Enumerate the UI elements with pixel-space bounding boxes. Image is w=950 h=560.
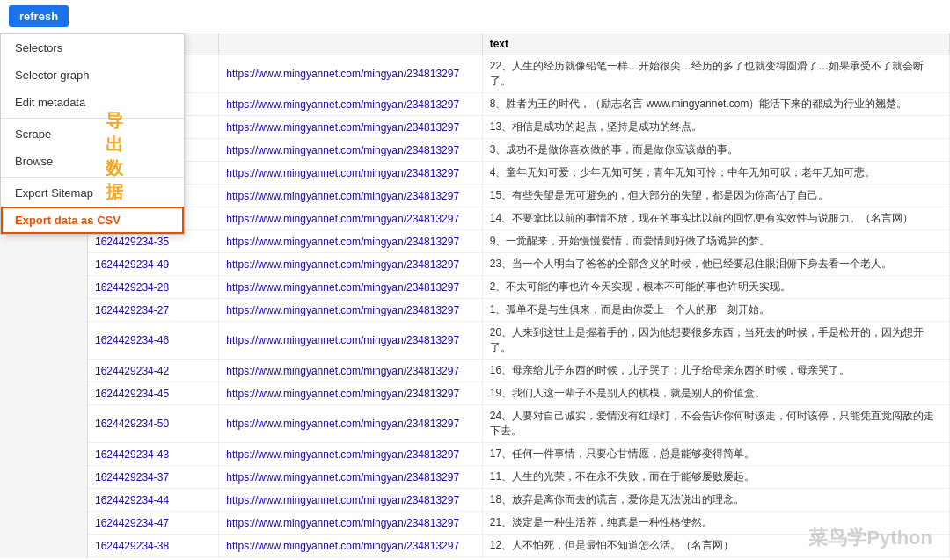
table-row: 1624429234-43https://www.mingyannet.com/…: [88, 443, 950, 466]
cell-url[interactable]: https://www.mingyannet.com/mingyan/23481…: [219, 139, 482, 162]
cell-url[interactable]: https://www.mingyannet.com/mingyan/23481…: [219, 185, 482, 207]
cell-url[interactable]: https://www.mingyannet.com/mingyan/23481…: [219, 299, 482, 322]
cell-text: 24、人要对自己诚实，爱情没有红绿灯，不会告诉你何时该走，何时该停，只能凭直觉闯…: [482, 405, 949, 443]
cell-url[interactable]: https://www.mingyannet.com/mingyan/23481…: [219, 405, 482, 443]
cell-id: 1624429234-46: [88, 322, 219, 360]
cell-text: 23、当一个人明白了爸爸的全部含义的时候，他已经要忍住眼泪俯下身去看一个老人。: [482, 253, 949, 276]
cell-url[interactable]: https://www.mingyannet.com/mingyan/23481…: [219, 443, 482, 466]
table-row: 1624429234-39https://www.mingyannet.com/…: [88, 116, 950, 139]
top-bar: refresh: [0, 0, 950, 33]
cell-text: 16、母亲给儿子东西的时候，儿子哭了；儿子给母亲东西的时候，母亲哭了。: [482, 360, 949, 382]
menu-item-export-csv[interactable]: Export data as CSV: [1, 207, 184, 234]
cell-text: 15、有些失望是无可避免的，但大部分的失望，都是因为你高估了自己。: [482, 185, 949, 207]
cell-url[interactable]: https://www.mingyannet.com/mingyan/23481…: [219, 253, 482, 276]
cell-url[interactable]: https://www.mingyannet.com/mingyan/23481…: [219, 322, 482, 360]
data-table: web-scraper-ord text 1624429234-48https:…: [88, 33, 950, 558]
menu-item-browse[interactable]: Browse: [1, 148, 184, 175]
cell-text: 3、成功不是做你喜欢做的事，而是做你应该做的事。: [482, 139, 949, 162]
cell-url[interactable]: https://www.mingyannet.com/mingyan/23481…: [219, 116, 482, 139]
cell-id: 1624429234-49: [88, 253, 219, 276]
table-row: 1624429234-32https://www.mingyannet.com/…: [88, 557, 950, 559]
cell-url[interactable]: https://www.mingyannet.com/mingyan/23481…: [219, 512, 482, 535]
table-row: 1624429234-49https://www.mingyannet.com/…: [88, 253, 950, 276]
cell-url[interactable]: https://www.mingyannet.com/mingyan/23481…: [219, 535, 482, 557]
cell-id: 1624429234-42: [88, 360, 219, 382]
table-row: 1624429234-47https://www.mingyannet.com/…: [88, 512, 950, 535]
table-row: 1624429234-44https://www.mingyannet.com/…: [88, 489, 950, 512]
cell-url[interactable]: https://www.mingyannet.com/mingyan/23481…: [219, 466, 482, 489]
cell-url[interactable]: https://www.mingyannet.com/mingyan/23481…: [219, 207, 482, 230]
dropdown-menu: Selectors Selector graph Edit metadata S…: [0, 33, 185, 235]
table-area[interactable]: web-scraper-ord text 1624429234-48https:…: [88, 33, 950, 558]
cell-text: 8、胜者为王的时代，（励志名言 www.mingyannet.com）能活下来的…: [482, 93, 949, 116]
cell-text: 11、人生的光荣，不在永不失败，而在于能够屡败屡起。: [482, 466, 949, 489]
table-row: 1624429234-42https://www.mingyannet.com/…: [88, 360, 950, 382]
table-row: 1624429234-28https://www.mingyannet.com/…: [88, 276, 950, 299]
cell-text: 17、任何一件事情，只要心甘情愿，总是能够变得简单。: [482, 443, 949, 466]
cell-id: 1624429234-43: [88, 443, 219, 466]
table-row: 1624429234-50https://www.mingyannet.com/…: [88, 405, 950, 443]
menu-item-export-sitemap[interactable]: Export Sitemap: [1, 179, 184, 207]
cell-text: 21、淡定是一种生活养，纯真是一种性格使然。: [482, 512, 949, 535]
menu-item-scrape[interactable]: Scrape: [1, 120, 184, 148]
table-row: 1624429234-29https://www.mingyannet.com/…: [88, 139, 950, 162]
cell-text: 6、骑在成就上就像行进时骑在雷地里一样危险，你将昏昏沉沦，在飘睡中死去。: [482, 557, 949, 559]
table-row: 1624429234-46https://www.mingyannet.com/…: [88, 322, 950, 360]
table-row: 1624429234-45https://www.mingyannet.com/…: [88, 382, 950, 405]
cell-url[interactable]: https://www.mingyannet.com/mingyan/23481…: [219, 93, 482, 116]
cell-url[interactable]: https://www.mingyannet.com/mingyan/23481…: [219, 382, 482, 405]
menu-item-edit-metadata[interactable]: Edit metadata: [1, 89, 184, 116]
table-row: 1624429234-34https://www.mingyannet.com/…: [88, 93, 950, 116]
cell-id: 1624429234-32: [88, 557, 219, 559]
cell-id: 1624429234-47: [88, 512, 219, 535]
cell-text: 20、人来到这世上是握着手的，因为他想要很多东西；当死去的时候，手是松开的，因为…: [482, 322, 949, 360]
cell-id: 1624429234-38: [88, 535, 219, 557]
cell-text: 12、人不怕死，但是最怕不知道怎么活。（名言网）: [482, 535, 949, 557]
cell-id: 1624429234-44: [88, 489, 219, 512]
table-row: 1624429234-38https://www.mingyannet.com/…: [88, 535, 950, 557]
cell-id: 1624429234-28: [88, 276, 219, 299]
cell-text: 14、不要拿比以前的事情不放，现在的事实比以前的回忆更有实效性与说服力。（名言网…: [482, 207, 949, 230]
cell-url[interactable]: https://www.mingyannet.com/mingyan/23481…: [219, 276, 482, 299]
table-row: 1624429234-37https://www.mingyannet.com/…: [88, 466, 950, 489]
menu-divider-1: [1, 118, 184, 119]
cell-text: 18、放弃是离你而去的谎言，爱你是无法说出的理念。: [482, 489, 949, 512]
cell-text: 2、不太可能的事也许今天实现，根本不可能的事也许明天实现。: [482, 276, 949, 299]
table-row: 1624429234-35https://www.mingyannet.com/…: [88, 230, 950, 253]
main-layout: Selectors Selector graph Edit metadata S…: [0, 33, 950, 558]
refresh-button[interactable]: refresh: [9, 5, 69, 27]
cell-text: 22、人生的经历就像铅笔一样…开始很尖…经历的多了也就变得圆滑了…如果承受不了就…: [482, 55, 949, 93]
cell-url[interactable]: https://www.mingyannet.com/mingyan/23481…: [219, 360, 482, 382]
menu-item-selectors[interactable]: Selectors: [1, 34, 184, 62]
table-row: 1624429234-40https://www.mingyannet.com/…: [88, 207, 950, 230]
table-row: 1624429234-41https://www.mingyannet.com/…: [88, 185, 950, 207]
menu-item-selector-graph[interactable]: Selector graph: [1, 62, 184, 89]
table-header-row: web-scraper-ord text: [88, 33, 950, 55]
table-row: 1624429234-27https://www.mingyannet.com/…: [88, 299, 950, 322]
cell-text: 13、相信是成功的起点，坚持是成功的终点。: [482, 116, 949, 139]
cell-text: 4、童年无知可爱；少年无知可笑；青年无知可怜；中年无知可叹；老年无知可悲。: [482, 162, 949, 185]
cell-text: 19、我们人这一辈子不是别人的棋模，就是别人的价值盒。: [482, 382, 949, 405]
cell-id: 1624429234-45: [88, 382, 219, 405]
col-header-url: [219, 33, 482, 55]
col-header-text: text: [482, 33, 949, 55]
cell-id: 1624429234-27: [88, 299, 219, 322]
cell-text: 9、一觉醒来，开始慢慢爱情，而爱情则好做了场诡异的梦。: [482, 230, 949, 253]
cell-url[interactable]: https://www.mingyannet.com/mingyan/23481…: [219, 489, 482, 512]
sidebar: Selectors Selector graph Edit metadata S…: [0, 33, 88, 558]
table-row: 1624429234-48https://www.mingyannet.com/…: [88, 55, 950, 93]
menu-divider-2: [1, 177, 184, 178]
cell-url[interactable]: https://www.mingyannet.com/mingyan/23481…: [219, 162, 482, 185]
cell-url[interactable]: https://www.mingyannet.com/mingyan/23481…: [219, 557, 482, 559]
cell-id: 1624429234-50: [88, 405, 219, 443]
cell-url[interactable]: https://www.mingyannet.com/mingyan/23481…: [219, 230, 482, 253]
table-row: 1624429234-30https://www.mingyannet.com/…: [88, 162, 950, 185]
cell-text: 1、孤单不是与生俱来，而是由你爱上一个人的那一刻开始。: [482, 299, 949, 322]
cell-id: 1624429234-37: [88, 466, 219, 489]
cell-url[interactable]: https://www.mingyannet.com/mingyan/23481…: [219, 55, 482, 93]
